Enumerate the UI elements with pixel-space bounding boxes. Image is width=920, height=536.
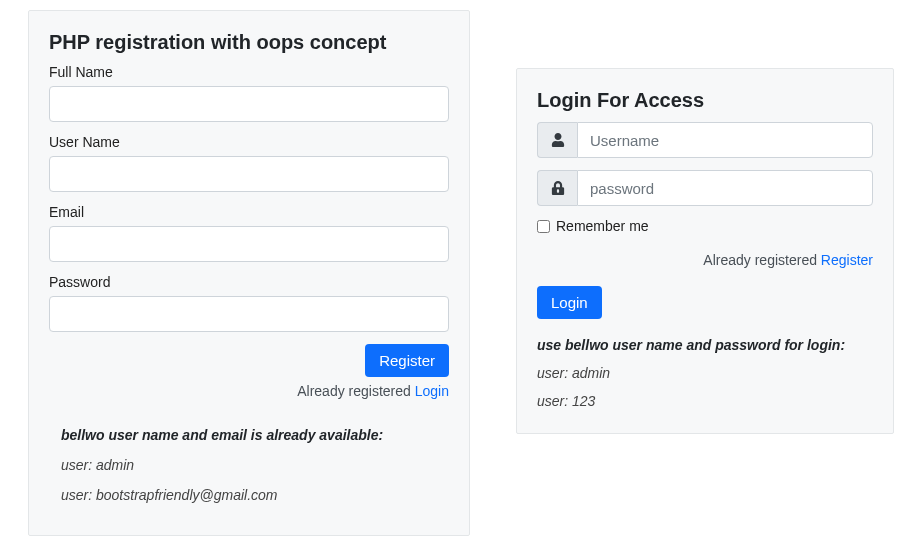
password-label: Password [49,274,449,290]
remember-me-checkbox[interactable] [537,220,550,233]
already-registered-text: Already registered [297,383,415,399]
login-panel: Login For Access Remember me Already reg… [516,68,894,434]
login-username-input[interactable] [577,122,873,158]
register-button[interactable]: Register [365,344,449,377]
username-label: User Name [49,134,449,150]
remember-me-row[interactable]: Remember me [537,218,873,234]
registration-hint-email: user: bootstrapfriendly@gmail.com [61,487,449,503]
login-button[interactable]: Login [537,286,602,319]
username-input[interactable] [49,156,449,192]
email-input[interactable] [49,226,449,262]
registration-panel: PHP registration with oops concept Full … [28,10,470,536]
registration-hint-title: bellwo user name and email is already av… [61,427,449,443]
login-title: Login For Access [537,89,873,112]
login-hint: use bellwo user name and password for lo… [537,337,873,409]
already-registered-row: Already registered Login [49,383,449,399]
fullname-label: Full Name [49,64,449,80]
lock-icon [537,170,577,206]
password-input[interactable] [49,296,449,332]
login-link[interactable]: Login [415,383,449,399]
fullname-input[interactable] [49,86,449,122]
registration-hint-user: user: admin [61,457,449,473]
registration-hint: bellwo user name and email is already av… [49,427,449,503]
login-hint-title: use bellwo user name and password for lo… [537,337,873,353]
login-already-text: Already registered [703,252,821,268]
email-label: Email [49,204,449,220]
register-link[interactable]: Register [821,252,873,268]
login-password-input[interactable] [577,170,873,206]
login-hint-pass: user: 123 [537,393,873,409]
login-password-group [537,170,873,206]
remember-me-label: Remember me [556,218,649,234]
registration-title: PHP registration with oops concept [49,31,449,54]
login-hint-user: user: admin [537,365,873,381]
user-icon [537,122,577,158]
login-username-group [537,122,873,158]
login-already-row: Already registered Register [537,252,873,268]
